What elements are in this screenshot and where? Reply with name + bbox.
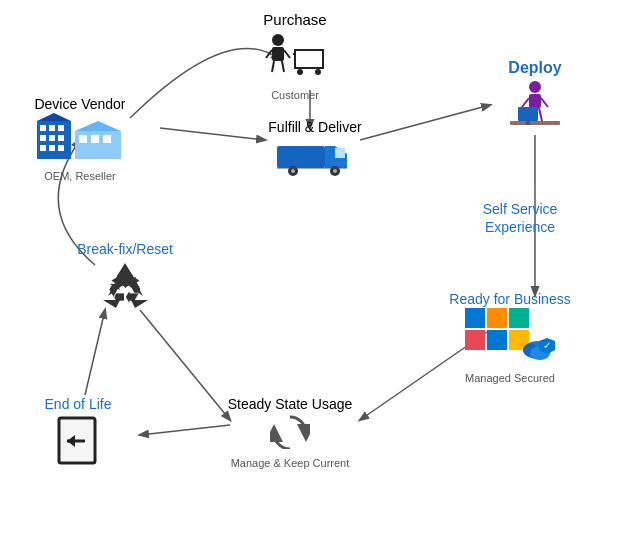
end-of-life-node: End of Life: [18, 395, 138, 476]
svg-rect-43: [526, 121, 530, 125]
svg-text:♻: ♻: [106, 265, 144, 312]
svg-marker-21: [37, 113, 71, 121]
svg-line-38: [541, 98, 548, 107]
svg-rect-48: [487, 330, 507, 350]
svg-point-35: [529, 81, 541, 93]
svg-point-0: [272, 34, 284, 46]
svg-line-2: [266, 50, 272, 58]
svg-line-4: [272, 61, 274, 72]
svg-text:✓: ✓: [543, 340, 551, 351]
svg-rect-14: [58, 125, 64, 131]
svg-rect-36: [529, 94, 541, 108]
svg-rect-17: [58, 135, 64, 141]
svg-rect-19: [49, 145, 55, 151]
svg-point-33: [333, 169, 337, 173]
svg-line-40: [539, 108, 542, 121]
svg-rect-29: [335, 148, 345, 158]
svg-rect-6: [295, 50, 323, 68]
deploy-node: Deploy: [475, 58, 595, 142]
svg-rect-18: [40, 145, 46, 151]
svg-rect-44: [465, 308, 485, 328]
svg-rect-41: [510, 121, 560, 125]
svg-point-8: [297, 69, 303, 75]
device-vendor-node: Device Vendor: [10, 95, 150, 183]
svg-rect-12: [40, 125, 46, 131]
svg-rect-25: [103, 135, 111, 143]
self-service-node: Self ServiceExperience: [450, 200, 590, 236]
purchase-node: Purchase Customer: [235, 10, 355, 102]
svg-rect-20: [58, 145, 64, 151]
svg-rect-15: [40, 135, 46, 141]
svg-rect-23: [79, 135, 87, 143]
lifecycle-diagram: Purchase Customer Device Vendor: [0, 0, 624, 534]
steady-state-node: Steady State Usage Manage & Keep Current: [210, 395, 370, 470]
svg-rect-24: [91, 135, 99, 143]
svg-rect-45: [487, 308, 507, 328]
svg-line-37: [522, 98, 529, 107]
svg-line-3: [284, 50, 290, 58]
svg-rect-1: [272, 47, 284, 61]
svg-rect-13: [49, 125, 55, 131]
svg-point-31: [291, 169, 295, 173]
svg-point-9: [315, 69, 321, 75]
svg-rect-16: [49, 135, 55, 141]
svg-rect-46: [509, 308, 529, 328]
svg-marker-26: [75, 121, 121, 131]
ready-node: Ready for Business ✓ Managed Secured: [430, 290, 590, 385]
svg-rect-27: [277, 146, 325, 168]
break-fix-node: Break-fix/Reset ♻: [60, 240, 190, 321]
svg-rect-47: [465, 330, 485, 350]
svg-line-5: [282, 61, 284, 72]
svg-rect-42: [518, 107, 538, 121]
fulfill-node: Fulfill & Deliver: [255, 118, 375, 184]
